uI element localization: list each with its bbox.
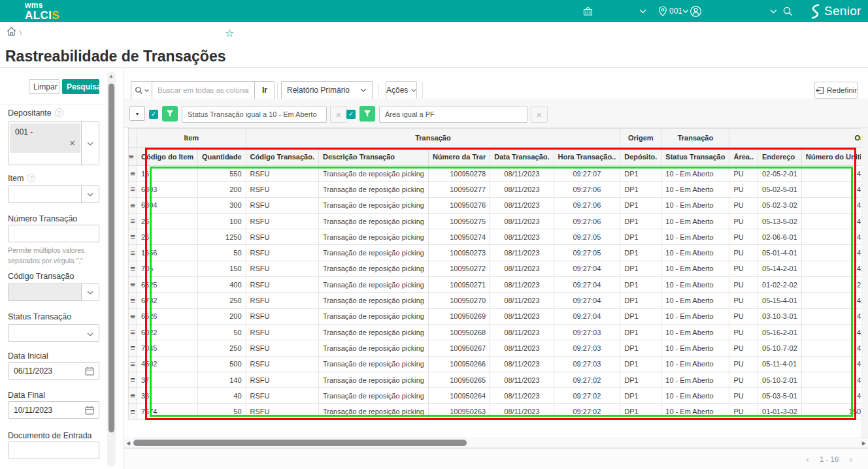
help-icon[interactable] [55,108,63,117]
row-menu-button[interactable] [129,277,137,293]
calendar-icon[interactable] [85,406,94,417]
row-menu-button[interactable] [129,293,137,308]
column-header[interactable]: Quantidade [198,148,246,166]
depositante-dropdown-button[interactable] [81,122,99,165]
grid-horizontal-scrollbar[interactable] [124,438,868,448]
filter1-funnel-button[interactable] [162,106,178,121]
hamburger-icon [130,327,135,337]
filter2-checkbox[interactable] [346,110,356,119]
remove-depositante-icon[interactable] [69,138,75,148]
grid-cell: DP1 [620,356,661,372]
row-menu-button[interactable] [129,197,137,213]
item-select[interactable] [8,186,99,203]
grid-cell: 09:27:06 [554,182,620,197]
column-header[interactable]: Número do Unitizador [801,148,868,166]
grid-cell: 7674 [137,404,198,419]
depositante-chip-label: 001 - [15,127,33,137]
reset-button[interactable]: Redefinir [814,82,858,99]
sidebar-scrollbar-thumb[interactable] [108,84,114,432]
menu-chevron-down-icon[interactable] [770,0,777,22]
row-menu-button[interactable] [129,388,137,404]
scroll-left-icon[interactable] [126,440,130,446]
filter2-funnel-button[interactable] [359,106,375,121]
grid-cell: Transação de reposição picking [318,213,428,229]
column-header[interactable]: Status Transação [661,148,729,166]
column-header[interactable]: Número da Trar [428,148,490,166]
help-icon[interactable] [27,174,35,182]
actions-button[interactable]: Ações [386,81,417,99]
row-menu-button[interactable] [129,166,137,182]
column-header[interactable]: Depósito. [620,148,661,166]
documento-entrada-input[interactable] [8,442,99,459]
grid-cell: 08/11/2023 [490,213,554,229]
grid-search-input[interactable] [152,82,254,99]
column-header[interactable]: Código do Item [137,148,198,166]
data-final-input[interactable] [8,402,82,418]
row-menu-button[interactable] [129,308,137,324]
sidebar-scrollbar[interactable] [107,72,116,466]
row-menu-button[interactable] [129,213,137,229]
column-search-button[interactable] [131,81,152,99]
grid-vertical-scrollbar[interactable] [861,128,868,438]
site-chevron-down-icon[interactable] [682,0,689,22]
grid-cell: PU [729,372,758,387]
status-transacao-select[interactable] [8,324,99,342]
filter2-remove-button[interactable] [531,106,548,123]
search-button[interactable]: Pesquisar [62,79,99,94]
column-header[interactable]: Descrição Transação [318,148,428,166]
search-icon[interactable] [782,0,793,22]
row-menu-button[interactable] [129,261,137,276]
grid-cell: 447671 [801,340,868,356]
filter-sidebar: Limpar Pesquisar Depositante 001 - Item … [0,68,124,469]
filters-menu-button[interactable] [129,106,145,121]
previous-page-icon[interactable] [806,455,809,464]
row-menu-button[interactable] [129,404,137,419]
grid-cell: 442088 [801,261,868,276]
codigo-transacao-select[interactable] [8,283,99,301]
grid-cell: 100950270 [428,293,490,308]
grid-cell: 09:27:03 [554,324,620,340]
filter1-condition[interactable]: Status Transação igual a 10 - Em Aberto [182,106,327,123]
site-code[interactable]: 001 [669,0,682,22]
grid-cell: 100950275 [428,213,490,229]
item-dropdown-button[interactable] [81,186,99,202]
depositante-multiselect[interactable]: 001 - [8,121,99,165]
clear-button[interactable]: Limpar [29,79,59,94]
row-menu-button[interactable] [129,356,137,372]
filter2-condition[interactable]: Área igual a PF [379,106,527,123]
filter1-checkbox[interactable] [149,110,158,119]
wms-alcis-logo[interactable]: wms ALCIS [25,1,59,21]
scroll-up-icon[interactable] [108,73,114,79]
grid-cell: Transação de reposição picking [318,324,428,340]
horizontal-scrollbar-thumb[interactable] [133,440,467,446]
user-icon[interactable] [690,0,702,22]
favorite-star-icon[interactable] [225,28,234,39]
row-menu-button[interactable] [129,229,137,245]
column-header[interactable]: Data Transação. [490,148,554,166]
row-menu-button[interactable] [129,324,137,340]
scroll-right-icon[interactable] [862,440,866,446]
report-select[interactable]: Relatório Primário [281,81,373,99]
data-inicial-input[interactable] [8,363,82,379]
column-header[interactable]: Endereço [758,148,802,166]
go-button[interactable]: Ir [254,81,275,99]
row-menu-button[interactable] [129,245,137,261]
home-icon[interactable] [7,27,16,39]
grid-cell: Transação de reposição picking [318,261,428,276]
grid-cell: 09:27:06 [554,213,620,229]
column-header[interactable]: Área.. [729,148,758,166]
row-menu-button[interactable] [129,372,137,387]
row-menu-button[interactable] [129,340,137,356]
numero-transacao-input[interactable] [8,225,99,242]
filter1-remove-button[interactable] [330,106,347,123]
column-header[interactable]: Hora Transação.. [554,148,620,166]
chevron-down-icon[interactable] [639,0,646,22]
column-header[interactable]: Código Transação. [246,148,318,166]
calendar-icon[interactable] [85,366,94,378]
grid-menu-header[interactable] [129,148,137,166]
building-icon[interactable] [582,0,593,22]
next-page-icon[interactable] [849,455,852,464]
table-row: 6526200RSFUTransação de reposição pickin… [129,308,868,324]
codigo-transacao-dropdown-button[interactable] [81,284,99,300]
row-menu-button[interactable] [129,182,137,197]
